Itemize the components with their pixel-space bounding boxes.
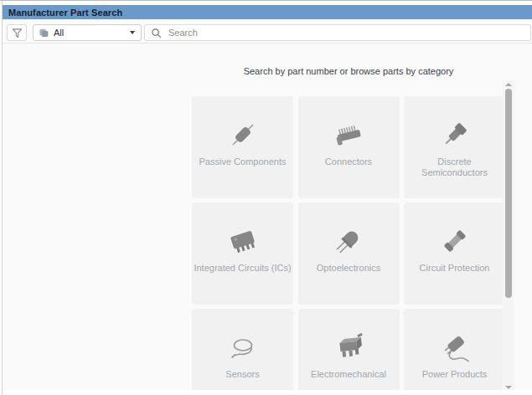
scroll-down-arrow-icon[interactable]: [505, 386, 512, 389]
category-card-label: Electromechanical: [311, 369, 386, 380]
category-filter-value: All: [54, 28, 126, 38]
category-card-label: Connectors: [325, 156, 372, 167]
fuse-icon: [436, 223, 473, 259]
category-card-label: Discrete Semiconductors: [404, 156, 505, 178]
connector-icon: [330, 116, 367, 153]
category-card-integrated-circuits[interactable]: Integrated Circuits (ICs): [192, 203, 293, 305]
panel-title: Manufacturer Part Search: [3, 8, 122, 18]
category-card-optoelectronics[interactable]: Optoelectronics: [298, 203, 400, 305]
resistor-icon: [225, 116, 261, 153]
diode-icon: [436, 116, 473, 153]
category-icon: [39, 28, 49, 38]
window-bottom-strip: [3, 390, 532, 395]
category-card-discrete-semiconductors[interactable]: Discrete Semiconductors: [404, 96, 505, 198]
content-area: Search by part number or browse parts by…: [3, 44, 532, 390]
search-hint-text: Search by part number or browse parts by…: [192, 66, 505, 76]
power-adapter-icon: [436, 329, 473, 366]
sensor-cable-icon: [225, 329, 261, 366]
category-card-label: Power Products: [422, 369, 488, 380]
search-input[interactable]: [167, 27, 524, 38]
category-card-circuit-protection[interactable]: Circuit Protection: [404, 203, 505, 305]
relay-icon: [330, 329, 367, 366]
window-top-border: [0, 0, 532, 1]
category-card-label: Optoelectronics: [317, 263, 380, 274]
toolbar: All: [3, 19, 532, 44]
led-icon: [330, 223, 367, 259]
panel-titlebar[interactable]: Manufacturer Part Search: [3, 5, 532, 19]
ic-chip-icon: [225, 223, 261, 259]
category-grid: Passive Components: [192, 96, 505, 390]
category-card-passive-components[interactable]: Passive Components: [192, 96, 293, 198]
filter-funnel-icon: [11, 27, 23, 39]
manufacturer-part-search-panel: Manufacturer Part Search All Search by p…: [0, 0, 532, 395]
search-box[interactable]: [144, 24, 531, 41]
category-card-label: Integrated Circuits (ICs): [194, 263, 291, 274]
scroll-up-arrow-icon[interactable]: [505, 83, 512, 86]
category-card-electromechanical[interactable]: Electromechanical: [298, 309, 400, 390]
category-card-sensors[interactable]: Sensors: [192, 309, 293, 390]
filter-button[interactable]: [7, 24, 27, 41]
category-card-label: Passive Components: [199, 156, 287, 167]
chevron-down-icon: [130, 31, 135, 34]
scrollbar-thumb[interactable]: [505, 89, 512, 298]
category-card-label: Sensors: [225, 369, 259, 380]
category-card-label: Circuit Protection: [420, 263, 490, 274]
search-icon: [151, 28, 162, 38]
category-card-connectors[interactable]: Connectors: [298, 96, 400, 198]
vertical-scrollbar[interactable]: [503, 80, 514, 392]
category-filter-dropdown[interactable]: All: [33, 24, 142, 41]
category-card-power-products[interactable]: Power Products: [404, 309, 505, 390]
